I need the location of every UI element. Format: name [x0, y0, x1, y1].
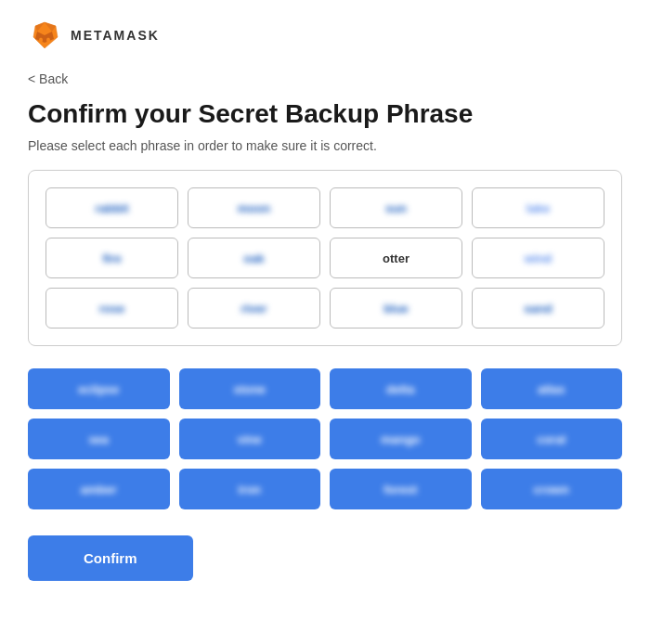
- phrase-slot-word-7: otter: [383, 251, 410, 265]
- phrase-slot-12[interactable]: sand: [472, 288, 604, 328]
- phrase-slot-word-4: lake: [526, 201, 550, 215]
- word-bank-btn-9[interactable]: amber: [28, 469, 170, 509]
- word-bank-word-11: forest: [384, 483, 417, 496]
- phrase-slot-word-10: river: [240, 302, 266, 316]
- word-bank-btn-12[interactable]: crown: [481, 469, 623, 509]
- phrase-slot-7[interactable]: otter: [330, 238, 462, 278]
- word-bank-btn-10[interactable]: iron: [179, 469, 321, 509]
- phrase-slot-word-2: moon: [238, 201, 270, 215]
- back-button[interactable]: < Back: [28, 71, 68, 86]
- word-bank-word-10: iron: [238, 483, 261, 496]
- word-bank-word-1: eclipse: [78, 382, 119, 396]
- app-header: METAMASK: [28, 19, 622, 52]
- svg-point-7: [46, 38, 50, 43]
- phrase-slot-9[interactable]: rose: [46, 288, 178, 328]
- phrase-slot-5[interactable]: fire: [46, 238, 178, 278]
- phrase-slot-word-12: sand: [524, 302, 552, 316]
- phrase-slot-word-8: wind: [525, 251, 552, 265]
- word-bank: eclipse stone delta atlas sea vine mango…: [28, 368, 622, 509]
- confirm-button[interactable]: Confirm: [28, 535, 193, 581]
- phrase-grid: rabbit moon sun lake fire oak otter wind…: [46, 187, 604, 328]
- phrase-slot-3[interactable]: sun: [330, 187, 462, 228]
- phrase-slot-word-6: oak: [243, 251, 264, 265]
- phrase-slot-10[interactable]: river: [188, 288, 320, 328]
- word-bank-word-9: amber: [81, 483, 117, 496]
- word-bank-word-5: sea: [88, 432, 109, 446]
- word-bank-word-12: crown: [534, 483, 569, 496]
- phrase-slot-word-9: rose: [99, 302, 124, 316]
- metamask-logo-icon: [28, 19, 61, 52]
- word-bank-word-2: stone: [233, 382, 266, 396]
- word-bank-word-6: vine: [238, 432, 262, 446]
- word-bank-btn-5[interactable]: sea: [28, 419, 170, 459]
- phrase-slot-word-3: sun: [385, 201, 407, 215]
- phrase-slot-11[interactable]: blue: [330, 288, 462, 328]
- subtitle-text: Please select each phrase in order to ma…: [28, 138, 622, 153]
- word-bank-btn-4[interactable]: atlas: [481, 368, 623, 409]
- word-bank-word-7: mango: [381, 432, 421, 446]
- word-bank-word-4: atlas: [538, 382, 566, 396]
- word-bank-btn-7[interactable]: mango: [330, 419, 472, 459]
- phrase-slot-1[interactable]: rabbit: [46, 187, 178, 228]
- word-bank-word-3: delta: [386, 382, 414, 396]
- phrase-drop-zone: rabbit moon sun lake fire oak otter wind…: [28, 170, 622, 346]
- svg-point-6: [39, 38, 43, 43]
- phrase-slot-word-11: blue: [384, 302, 409, 316]
- word-bank-btn-6[interactable]: vine: [179, 419, 321, 459]
- word-bank-word-8: coral: [537, 432, 566, 446]
- phrase-slot-4[interactable]: lake: [472, 187, 604, 228]
- word-bank-btn-8[interactable]: coral: [481, 419, 623, 459]
- logo-text: METAMASK: [71, 28, 160, 43]
- phrase-slot-8[interactable]: wind: [472, 238, 604, 278]
- phrase-slot-2[interactable]: moon: [188, 187, 320, 228]
- word-bank-btn-1[interactable]: eclipse: [28, 368, 170, 409]
- word-bank-btn-3[interactable]: delta: [330, 368, 472, 409]
- word-bank-btn-11[interactable]: forest: [330, 469, 472, 509]
- phrase-slot-6[interactable]: oak: [188, 238, 320, 278]
- phrase-slot-word-5: fire: [102, 251, 121, 265]
- phrase-slot-word-1: rabbit: [95, 201, 128, 215]
- page-title: Confirm your Secret Backup Phrase: [28, 99, 622, 129]
- word-bank-btn-2[interactable]: stone: [179, 368, 321, 409]
